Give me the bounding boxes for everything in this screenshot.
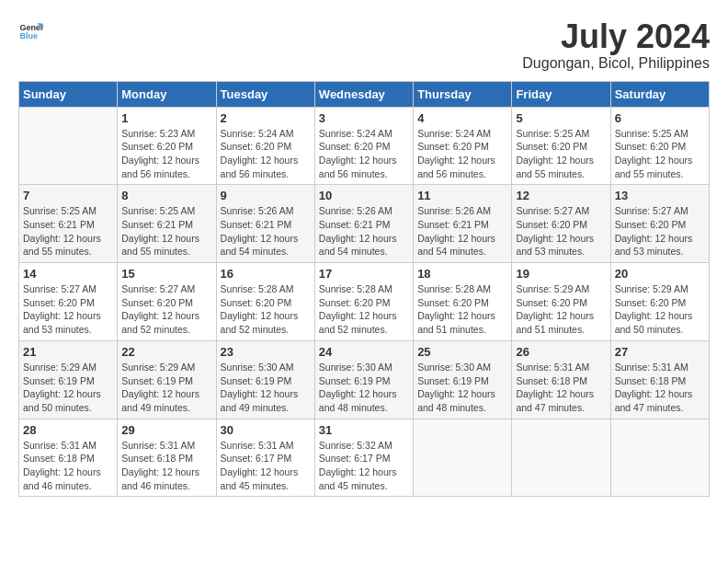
day-info: Sunrise: 5:31 AMSunset: 6:18 PMDaylight:… xyxy=(516,361,606,415)
day-cell xyxy=(414,419,512,497)
week-row-3: 14Sunrise: 5:27 AMSunset: 6:20 PMDayligh… xyxy=(19,263,710,341)
day-cell: 5Sunrise: 5:25 AMSunset: 6:20 PMDaylight… xyxy=(512,107,610,185)
day-number: 5 xyxy=(516,111,606,125)
day-info: Sunrise: 5:29 AMSunset: 6:19 PMDaylight:… xyxy=(121,361,211,415)
day-number: 21 xyxy=(23,345,113,359)
week-row-2: 7Sunrise: 5:25 AMSunset: 6:21 PMDaylight… xyxy=(19,185,710,263)
day-cell: 20Sunrise: 5:29 AMSunset: 6:20 PMDayligh… xyxy=(610,263,709,341)
page-header: General Blue July 2024 Dugongan, Bicol, … xyxy=(18,18,710,72)
day-number: 24 xyxy=(319,345,409,359)
day-info: Sunrise: 5:27 AMSunset: 6:20 PMDaylight:… xyxy=(516,204,606,259)
day-number: 27 xyxy=(615,345,705,359)
day-number: 25 xyxy=(417,345,507,359)
header-row: SundayMondayTuesdayWednesdayThursdayFrid… xyxy=(19,81,710,107)
day-cell: 25Sunrise: 5:30 AMSunset: 6:19 PMDayligh… xyxy=(414,340,512,419)
day-number: 31 xyxy=(319,423,409,437)
day-number: 23 xyxy=(221,345,311,359)
day-number: 13 xyxy=(615,189,705,202)
day-cell: 23Sunrise: 5:30 AMSunset: 6:19 PMDayligh… xyxy=(216,340,314,419)
day-number: 4 xyxy=(417,111,507,125)
day-cell: 11Sunrise: 5:26 AMSunset: 6:21 PMDayligh… xyxy=(414,185,512,263)
day-cell: 4Sunrise: 5:24 AMSunset: 6:20 PMDaylight… xyxy=(414,107,512,185)
day-cell xyxy=(610,419,709,497)
day-info: Sunrise: 5:27 AMSunset: 6:20 PMDaylight:… xyxy=(121,282,211,337)
day-number: 30 xyxy=(221,423,311,437)
day-number: 15 xyxy=(121,267,211,281)
day-info: Sunrise: 5:29 AMSunset: 6:19 PMDaylight:… xyxy=(23,361,113,415)
day-cell: 7Sunrise: 5:25 AMSunset: 6:21 PMDaylight… xyxy=(19,185,118,263)
week-row-1: 1Sunrise: 5:23 AMSunset: 6:20 PMDaylight… xyxy=(19,107,710,185)
day-number: 2 xyxy=(221,111,311,125)
location-subtitle: Dugongan, Bicol, Philippines xyxy=(522,55,710,72)
day-info: Sunrise: 5:31 AMSunset: 6:17 PMDaylight:… xyxy=(221,439,311,493)
day-info: Sunrise: 5:25 AMSunset: 6:20 PMDaylight:… xyxy=(516,127,606,181)
day-cell: 29Sunrise: 5:31 AMSunset: 6:18 PMDayligh… xyxy=(118,419,216,497)
day-info: Sunrise: 5:29 AMSunset: 6:20 PMDaylight:… xyxy=(516,282,606,337)
day-cell xyxy=(512,419,610,497)
day-info: Sunrise: 5:28 AMSunset: 6:20 PMDaylight:… xyxy=(319,282,409,337)
day-info: Sunrise: 5:24 AMSunset: 6:20 PMDaylight:… xyxy=(319,127,409,181)
day-cell: 1Sunrise: 5:23 AMSunset: 6:20 PMDaylight… xyxy=(118,107,216,185)
day-info: Sunrise: 5:30 AMSunset: 6:19 PMDaylight:… xyxy=(319,361,409,415)
day-number: 6 xyxy=(615,111,705,125)
day-cell: 27Sunrise: 5:31 AMSunset: 6:18 PMDayligh… xyxy=(610,340,709,419)
day-info: Sunrise: 5:25 AMSunset: 6:20 PMDaylight:… xyxy=(615,127,705,181)
day-info: Sunrise: 5:28 AMSunset: 6:20 PMDaylight:… xyxy=(221,282,311,337)
day-number: 22 xyxy=(121,345,211,359)
day-number: 28 xyxy=(23,423,113,437)
day-info: Sunrise: 5:25 AMSunset: 6:21 PMDaylight:… xyxy=(121,204,211,259)
day-info: Sunrise: 5:31 AMSunset: 6:18 PMDaylight:… xyxy=(615,361,705,415)
svg-text:Blue: Blue xyxy=(19,31,38,40)
day-number: 8 xyxy=(121,189,211,202)
day-info: Sunrise: 5:32 AMSunset: 6:17 PMDaylight:… xyxy=(319,439,409,493)
day-info: Sunrise: 5:28 AMSunset: 6:20 PMDaylight:… xyxy=(417,282,507,337)
logo-icon: General Blue xyxy=(18,18,44,44)
day-number: 20 xyxy=(615,267,705,281)
day-cell: 19Sunrise: 5:29 AMSunset: 6:20 PMDayligh… xyxy=(512,263,610,341)
day-cell: 2Sunrise: 5:24 AMSunset: 6:20 PMDaylight… xyxy=(216,107,314,185)
month-year-title: July 2024 xyxy=(522,18,710,55)
day-number: 16 xyxy=(221,267,311,281)
calendar-header: SundayMondayTuesdayWednesdayThursdayFrid… xyxy=(19,81,710,107)
day-cell: 28Sunrise: 5:31 AMSunset: 6:18 PMDayligh… xyxy=(19,419,118,497)
header-cell-wednesday: Wednesday xyxy=(314,81,413,107)
day-cell: 12Sunrise: 5:27 AMSunset: 6:20 PMDayligh… xyxy=(512,185,610,263)
day-number: 3 xyxy=(319,111,409,125)
day-info: Sunrise: 5:27 AMSunset: 6:20 PMDaylight:… xyxy=(23,282,113,337)
header-cell-tuesday: Tuesday xyxy=(216,81,314,107)
day-cell: 6Sunrise: 5:25 AMSunset: 6:20 PMDaylight… xyxy=(610,107,709,185)
header-cell-thursday: Thursday xyxy=(414,81,512,107)
header-cell-sunday: Sunday xyxy=(19,81,118,107)
day-info: Sunrise: 5:29 AMSunset: 6:20 PMDaylight:… xyxy=(615,282,705,337)
day-info: Sunrise: 5:25 AMSunset: 6:21 PMDaylight:… xyxy=(23,204,113,259)
day-info: Sunrise: 5:30 AMSunset: 6:19 PMDaylight:… xyxy=(221,361,311,415)
day-cell: 8Sunrise: 5:25 AMSunset: 6:21 PMDaylight… xyxy=(118,185,216,263)
day-cell: 22Sunrise: 5:29 AMSunset: 6:19 PMDayligh… xyxy=(118,340,216,419)
day-number: 9 xyxy=(221,189,311,202)
day-cell: 30Sunrise: 5:31 AMSunset: 6:17 PMDayligh… xyxy=(216,419,314,497)
day-cell: 26Sunrise: 5:31 AMSunset: 6:18 PMDayligh… xyxy=(512,340,610,419)
day-info: Sunrise: 5:26 AMSunset: 6:21 PMDaylight:… xyxy=(319,204,409,259)
day-number: 26 xyxy=(516,345,606,359)
day-cell: 18Sunrise: 5:28 AMSunset: 6:20 PMDayligh… xyxy=(414,263,512,341)
week-row-4: 21Sunrise: 5:29 AMSunset: 6:19 PMDayligh… xyxy=(19,340,710,419)
header-cell-friday: Friday xyxy=(512,81,610,107)
calendar-body: 1Sunrise: 5:23 AMSunset: 6:20 PMDaylight… xyxy=(19,107,710,497)
day-number: 10 xyxy=(319,189,409,202)
day-info: Sunrise: 5:30 AMSunset: 6:19 PMDaylight:… xyxy=(417,361,507,415)
day-cell: 16Sunrise: 5:28 AMSunset: 6:20 PMDayligh… xyxy=(216,263,314,341)
week-row-5: 28Sunrise: 5:31 AMSunset: 6:18 PMDayligh… xyxy=(19,419,710,497)
day-cell: 15Sunrise: 5:27 AMSunset: 6:20 PMDayligh… xyxy=(118,263,216,341)
day-number: 12 xyxy=(516,189,606,202)
logo: General Blue xyxy=(18,18,44,44)
day-number: 18 xyxy=(417,267,507,281)
day-cell: 17Sunrise: 5:28 AMSunset: 6:20 PMDayligh… xyxy=(314,263,413,341)
day-info: Sunrise: 5:24 AMSunset: 6:20 PMDaylight:… xyxy=(417,127,507,181)
day-cell: 3Sunrise: 5:24 AMSunset: 6:20 PMDaylight… xyxy=(314,107,413,185)
day-cell: 14Sunrise: 5:27 AMSunset: 6:20 PMDayligh… xyxy=(19,263,118,341)
day-info: Sunrise: 5:24 AMSunset: 6:20 PMDaylight:… xyxy=(221,127,311,181)
day-number: 29 xyxy=(121,423,211,437)
day-cell: 9Sunrise: 5:26 AMSunset: 6:21 PMDaylight… xyxy=(216,185,314,263)
day-info: Sunrise: 5:27 AMSunset: 6:20 PMDaylight:… xyxy=(615,204,705,259)
day-info: Sunrise: 5:23 AMSunset: 6:20 PMDaylight:… xyxy=(121,127,211,181)
